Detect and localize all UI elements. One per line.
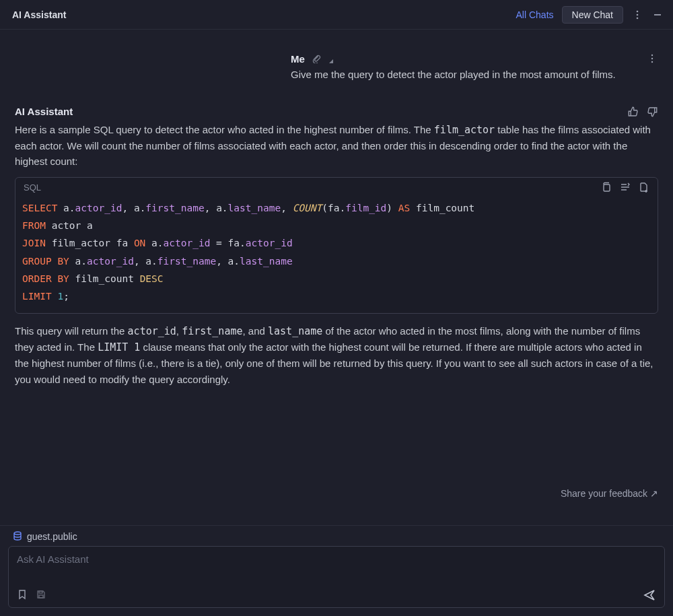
- bookmark-icon[interactable]: [17, 589, 29, 601]
- attachment-icon[interactable]: [312, 54, 321, 63]
- context-label: guest.public: [27, 531, 77, 542]
- feedback-link[interactable]: Share your feedback ↗: [0, 488, 658, 499]
- message-more-icon[interactable]: [646, 53, 658, 65]
- database-icon: [12, 531, 23, 542]
- assistant-message: AI Assistant Here is a sample SQL query …: [15, 106, 658, 387]
- svg-point-0: [637, 10, 639, 12]
- caret-icon: [328, 54, 337, 63]
- assistant-outro-text: This query will return the actor_id, fir…: [15, 323, 658, 387]
- new-file-icon[interactable]: [639, 182, 649, 193]
- svg-point-1: [637, 13, 639, 15]
- send-icon[interactable]: [643, 588, 656, 602]
- thumbs-down-icon[interactable]: [646, 106, 658, 118]
- header-bar: AI Assistant All Chats New Chat: [0, 0, 673, 30]
- copy-code-icon[interactable]: [601, 182, 612, 193]
- user-message-text: Give me the query to detect the actor pl…: [291, 67, 658, 83]
- assistant-name-label: AI Assistant: [15, 106, 73, 117]
- code-block: SQL SELECT a.actor_id, a.first_name, a.l…: [15, 177, 658, 314]
- svg-rect-11: [39, 591, 42, 593]
- chat-input-container: [8, 546, 665, 608]
- assistant-intro-text: Here is a sample SQL query to detect the…: [15, 122, 658, 170]
- svg-point-6: [651, 61, 653, 63]
- context-bar[interactable]: guest.public: [0, 526, 673, 546]
- code-lang-label: SQL: [24, 182, 41, 193]
- chat-scroll-area[interactable]: Me Give me the query to detect the actor…: [0, 30, 673, 525]
- inline-code: film_actor: [434, 124, 495, 136]
- svg-point-5: [651, 58, 653, 59]
- all-chats-link[interactable]: All Chats: [516, 9, 554, 20]
- save-disk-icon[interactable]: [36, 589, 48, 601]
- user-name-label: Me: [291, 53, 305, 65]
- svg-rect-7: [604, 184, 610, 191]
- thumbs-up-icon[interactable]: [627, 106, 639, 118]
- header-title: AI Assistant: [12, 9, 508, 20]
- user-message: Me Give me the query to detect the actor…: [291, 53, 658, 83]
- sql-code[interactable]: SELECT a.actor_id, a.first_name, a.last_…: [15, 197, 658, 313]
- svg-rect-12: [39, 595, 43, 598]
- chat-input[interactable]: [17, 553, 656, 584]
- svg-point-2: [637, 17, 639, 19]
- footer: guest.public: [0, 525, 673, 616]
- new-chat-button[interactable]: New Chat: [562, 6, 623, 24]
- more-icon[interactable]: [631, 9, 643, 21]
- insert-code-icon[interactable]: [620, 182, 631, 193]
- svg-point-4: [651, 55, 653, 56]
- minimize-icon[interactable]: [651, 9, 664, 21]
